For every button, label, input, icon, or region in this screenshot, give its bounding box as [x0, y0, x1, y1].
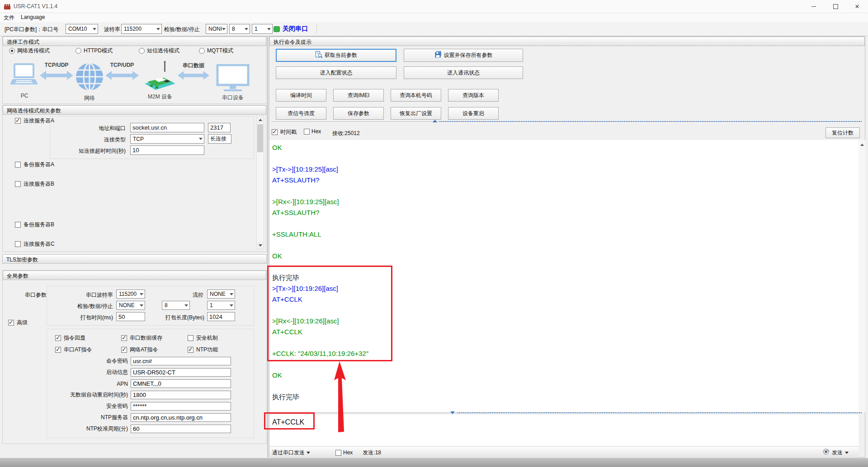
conn-type-select[interactable]: TCP — [130, 134, 204, 144]
command-button[interactable]: 恢复出厂设置 — [391, 107, 441, 120]
get-params-button[interactable]: 获取当前参数 — [276, 49, 396, 62]
uart-parity-select[interactable]: NONE — [116, 301, 145, 310]
checkbox-icon — [188, 335, 193, 341]
server-checkbox[interactable]: 连接服务器C — [15, 240, 55, 248]
feature-checkbox[interactable]: 网络AT指令 — [121, 346, 188, 354]
tls-section-header[interactable]: TLS加密参数 — [2, 254, 267, 264]
field-input[interactable]: USR-DR502-CT — [131, 368, 231, 377]
flow-select[interactable]: NONE — [207, 290, 235, 299]
work-mode-option[interactable]: 短信透传模式 — [139, 47, 179, 55]
log-area[interactable]: OK >[Tx->][10:19:25][asc] AT+SSLAUTH? >[… — [269, 140, 859, 412]
global-params-header: 全局参数 — [3, 271, 266, 280]
parity-select[interactable]: NONI — [206, 24, 227, 34]
advanced-checkbox[interactable]: 高级 — [8, 319, 28, 327]
server-checkbox[interactable]: 备份服务器A — [15, 161, 54, 168]
command-button[interactable]: 设备重启 — [448, 107, 499, 120]
scroll-up-icon[interactable] — [859, 141, 865, 148]
field-input[interactable]: 60 — [131, 425, 231, 433]
timestamp-checkbox[interactable]: 时间戳 — [272, 128, 297, 136]
com-port-select[interactable]: COM10 — [66, 24, 98, 34]
field-input[interactable]: ****** — [131, 402, 231, 411]
menu-language[interactable]: Language — [21, 14, 45, 20]
field-input[interactable]: CMNET,,,0 — [131, 379, 231, 388]
command-button[interactable]: 保存参数 — [333, 107, 384, 120]
reset-counter-button[interactable]: 复位计数 — [826, 127, 860, 138]
uart-baud-select[interactable]: 115200 — [116, 290, 145, 299]
server-checkbox-label: 备份服务器B — [24, 221, 54, 229]
serial-toolbar: [PC串口参数]：串口号 COM10 波特率 115200 检验/数据/停止 N… — [0, 22, 868, 36]
scroll-up-icon[interactable] — [257, 116, 264, 123]
maximize-button[interactable] — [825, 0, 846, 13]
keepalive-select[interactable]: 长连接 — [208, 134, 231, 144]
work-mode-option[interactable]: HTTPD模式 — [75, 47, 113, 55]
feature-checkbox[interactable]: NTP功能 — [188, 346, 250, 354]
scroll-down-icon[interactable] — [257, 242, 264, 249]
splitter-arrow-down-icon[interactable] — [450, 411, 455, 414]
command-button[interactable]: 查信号强度 — [276, 107, 326, 120]
splitter-arrow-up-icon[interactable] — [433, 120, 437, 122]
splitter-dotted-track — [458, 412, 862, 413]
command-button[interactable]: 编译时间 — [276, 89, 326, 102]
stopbits-select[interactable]: 1 — [252, 24, 273, 34]
server-a-address-input[interactable]: socket.usr.cn — [130, 123, 204, 132]
work-mode-option[interactable]: 网络透传模式 — [9, 47, 50, 55]
chevron-down-icon — [245, 28, 248, 30]
field-label: 无数据自动重启时间(秒) — [50, 391, 131, 399]
scrollbar-thumb[interactable] — [257, 124, 263, 152]
log-line: 执行完毕 — [272, 272, 368, 283]
command-button[interactable]: 查询IMEI — [333, 89, 384, 102]
enter-config-button[interactable]: 进入配置状态 — [276, 66, 396, 79]
chevron-down-icon — [140, 293, 143, 295]
recv-hex-checkbox[interactable]: Hex — [304, 128, 321, 135]
send-hex-checkbox[interactable]: Hex — [335, 449, 353, 456]
recv-hex-label: Hex — [311, 128, 321, 135]
baud-select[interactable]: 115200 — [121, 24, 162, 34]
feature-checkbox-label: 安全机制 — [196, 334, 218, 342]
recv-counter: 接收:25012 — [332, 130, 360, 137]
checkbox-icon — [15, 118, 21, 124]
command-button[interactable]: 查询版本 — [448, 89, 499, 102]
chevron-down-icon — [230, 304, 233, 307]
field-input[interactable]: 1800 — [131, 391, 231, 399]
field-row: 无数据自动重启时间(秒) 1800 — [50, 389, 253, 401]
pack-len-input[interactable]: 1024 — [207, 312, 235, 321]
databits-select[interactable]: 8 — [229, 24, 250, 34]
short-timeout-input[interactable]: 10 — [130, 145, 204, 155]
field-input[interactable]: usr.cn# — [131, 357, 231, 365]
net-params-header: 网络透传模式相关参数 — [3, 105, 266, 115]
send-via-dropdown[interactable]: 通过串口发送 — [272, 449, 310, 457]
server-checkbox[interactable]: 连接服务器B — [15, 180, 54, 188]
log-scrollbar[interactable] — [859, 140, 865, 412]
field-label: 启动信息 — [50, 369, 131, 376]
send-icon — [822, 448, 830, 457]
radio-icon — [75, 48, 81, 54]
send-button[interactable]: 发送 — [822, 448, 849, 457]
menu-bar: 文件 Language — [0, 13, 868, 22]
close-serial-button[interactable]: 关闭串口 — [274, 23, 312, 35]
uart-stopbits-select[interactable]: 1 — [207, 301, 235, 310]
doc-search-icon — [315, 51, 322, 60]
feature-checkbox[interactable]: 串口AT指令 — [55, 346, 121, 354]
server-checkbox[interactable]: 备份服务器B — [15, 221, 54, 229]
server-a-checkbox[interactable]: 连接服务器A — [15, 117, 54, 125]
minimize-button[interactable] — [803, 0, 825, 13]
feature-checkbox[interactable]: 指令回显 — [55, 334, 121, 342]
field-row: 命令密码 usr.cn# — [50, 355, 253, 367]
close-button[interactable]: ✕ — [846, 0, 868, 13]
send-input-area[interactable]: AT+CCLK — [269, 415, 859, 446]
command-button[interactable]: 查询本机号码 — [391, 89, 441, 102]
uart-databits-select[interactable]: 8 — [162, 301, 190, 310]
enter-comm-button[interactable]: 进入通讯状态 — [404, 66, 523, 79]
work-mode-option[interactable]: MQTT模式 — [199, 47, 233, 55]
feature-checkbox[interactable]: 安全机制 — [188, 334, 250, 342]
pack-time-input[interactable]: 50 — [116, 312, 145, 321]
command-button-label: 查询IMEI — [348, 92, 370, 99]
short-timeout-label: 短连接超时时间(秒) — [54, 147, 126, 155]
menu-file[interactable]: 文件 — [4, 14, 14, 22]
set-save-params-button[interactable]: 设置并保存所有参数 — [404, 49, 523, 62]
feature-checkbox[interactable]: 串口数据缓存 — [121, 334, 188, 342]
server-a-port-input[interactable]: 2317 — [208, 123, 231, 132]
field-input[interactable]: cn.ntp.org.cn,us.ntp.org.cn — [131, 413, 231, 422]
log-line — [272, 218, 368, 229]
net-params-scrollbar[interactable] — [256, 116, 264, 249]
